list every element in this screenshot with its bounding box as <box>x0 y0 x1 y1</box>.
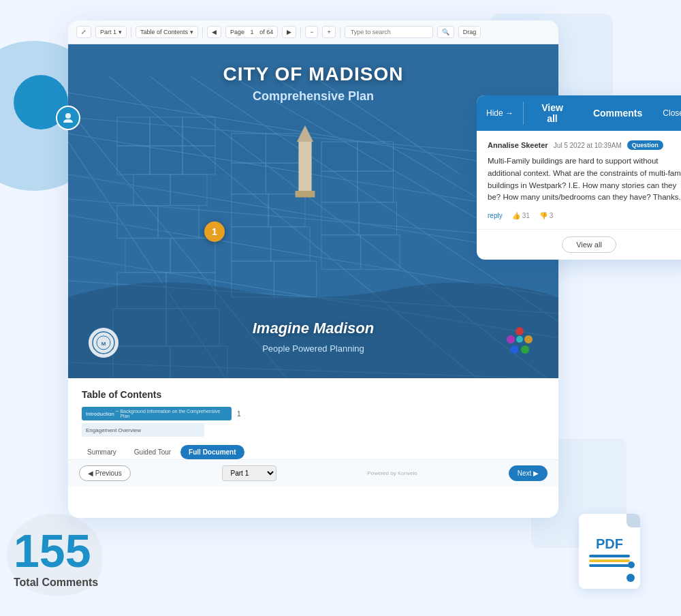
tab-full-document[interactable]: Full Document <box>180 445 244 459</box>
comment-popup: Hide → View all Comments Close ✕ Annalis… <box>477 95 681 260</box>
pdf-line-3 <box>589 564 630 567</box>
comment-actions: reply 👍 31 👎 3 <box>488 212 681 219</box>
pdf-line-2 <box>589 559 630 562</box>
toolbar-part-select[interactable]: Part 1 ▾ <box>95 26 127 38</box>
annotation-marker[interactable]: 1 <box>204 221 225 242</box>
pdf-icon-area: PDF <box>579 514 640 589</box>
stats-number: 155 <box>14 527 91 574</box>
svg-point-61 <box>524 335 533 343</box>
svg-point-64 <box>507 335 515 343</box>
svg-rect-54 <box>298 142 311 191</box>
view-all-container: View all <box>477 229 681 260</box>
reply-button[interactable]: reply <box>488 212 503 219</box>
toolbar-page-label: Page 1 of 64 <box>225 26 278 38</box>
pdf-card[interactable]: PDF <box>579 514 640 589</box>
comment-date: Jul 5 2022 at 10:39AM <box>554 142 622 149</box>
downvote[interactable]: 👎 3 <box>539 212 554 219</box>
svg-point-60 <box>516 327 524 335</box>
comment-body: Annalise Skeeter Jul 5 2022 at 10:39AM Q… <box>477 131 681 229</box>
part-select[interactable]: Part 1 <box>222 465 276 481</box>
upvote-count: 31 <box>522 212 530 219</box>
pdf-line-1 <box>589 555 630 557</box>
document-bottom-subtext: People Powered Planning <box>68 343 558 354</box>
thumbs-down-icon: 👎 <box>539 212 548 219</box>
toc-bar-1: Introduction – Background Information on… <box>82 407 232 420</box>
toolbar: ⤢ Part 1 ▾ Table of Contents ▾ ◀ Page 1 … <box>68 20 558 44</box>
toolbar-sep-2 <box>202 27 203 37</box>
pdf-dot-1 <box>627 574 635 582</box>
toolbar-nav-next[interactable]: ▶ <box>282 26 296 38</box>
hide-button[interactable]: Hide → <box>477 102 524 125</box>
comment-badge: Question <box>627 140 663 150</box>
downvote-count: 3 <box>550 212 554 219</box>
city-seal: M <box>89 328 118 358</box>
toc-num-1: 1 <box>237 410 241 418</box>
svg-text:M: M <box>101 341 106 347</box>
close-button[interactable]: Close ✕ <box>654 103 681 123</box>
svg-point-62 <box>521 345 529 354</box>
toc-item-2: Engagement Overview <box>82 423 545 437</box>
document-bottom-text: Imagine Madison <box>68 320 558 337</box>
comment-meta: Annalise Skeeter Jul 5 2022 at 10:39AM Q… <box>488 140 681 150</box>
toolbar-zoom-out[interactable]: − <box>305 26 318 38</box>
next-button[interactable]: Next ▶ <box>509 465 548 481</box>
tab-guided-tour[interactable]: Guided Tour <box>126 445 179 459</box>
tabs-bar: Summary Guided Tour Full Document <box>79 445 548 459</box>
svg-point-63 <box>510 345 518 354</box>
user-avatar-button[interactable] <box>56 106 80 130</box>
view-all-button[interactable]: View all <box>562 236 616 253</box>
tab-summary[interactable]: Summary <box>79 445 125 459</box>
toolbar-sep-3 <box>300 27 301 37</box>
svg-point-66 <box>65 113 71 119</box>
toc-title: Table of Contents <box>82 389 545 400</box>
pdf-fold <box>627 514 640 527</box>
upvote[interactable]: 👍 31 <box>512 212 530 219</box>
document-title: CITY OF MADISON <box>68 63 558 85</box>
powered-by: Powered by Konveio <box>367 470 417 476</box>
toolbar-sep-1 <box>131 27 131 37</box>
comment-popup-header: Hide → View all Comments Close ✕ <box>477 95 681 131</box>
toolbar-sep-4 <box>340 27 340 37</box>
toolbar-search-btn[interactable]: 🔍 <box>437 26 454 38</box>
toc-section: Table of Contents Introduction – Backgro… <box>68 378 558 437</box>
stats-bubble: 155 Total Comments <box>14 527 98 589</box>
toc-bar-2: Engagement Overview <box>82 423 204 437</box>
toolbar-zoom-in[interactable]: + <box>322 26 335 38</box>
bottom-nav: ◀ Previous Part 1 Powered by Konveio Nex… <box>68 459 558 487</box>
view-all-tab[interactable]: View all <box>524 95 581 131</box>
comment-author: Annalise Skeeter <box>488 141 548 149</box>
svg-rect-56 <box>296 191 315 198</box>
svg-point-65 <box>516 336 523 343</box>
stats-area: 155 Total Comments <box>14 527 98 589</box>
color-wheel-logo <box>501 321 538 358</box>
pdf-dot-2 <box>628 561 635 568</box>
toc-item-1: Introduction – Background Information on… <box>82 407 545 420</box>
comment-text: Multi-Family buildings are hard to suppo… <box>488 155 681 204</box>
toolbar-toc-select[interactable]: Table of Contents ▾ <box>136 26 198 38</box>
toolbar-nav-prev[interactable]: ◀ <box>207 26 221 38</box>
tabs-container: Summary Guided Tour Full Document <box>68 440 558 459</box>
prev-button[interactable]: ◀ Previous <box>79 465 131 481</box>
toolbar-drag-btn[interactable]: Drag <box>458 26 481 38</box>
comments-tab[interactable]: Comments <box>581 101 654 125</box>
thumbs-up-icon: 👍 <box>512 212 520 219</box>
toolbar-fit-btn[interactable]: ⤢ <box>76 26 91 38</box>
toolbar-search-input[interactable] <box>345 26 433 38</box>
pdf-lines <box>589 555 630 567</box>
pdf-label: PDF <box>596 536 623 552</box>
stats-label: Total Comments <box>14 576 98 589</box>
